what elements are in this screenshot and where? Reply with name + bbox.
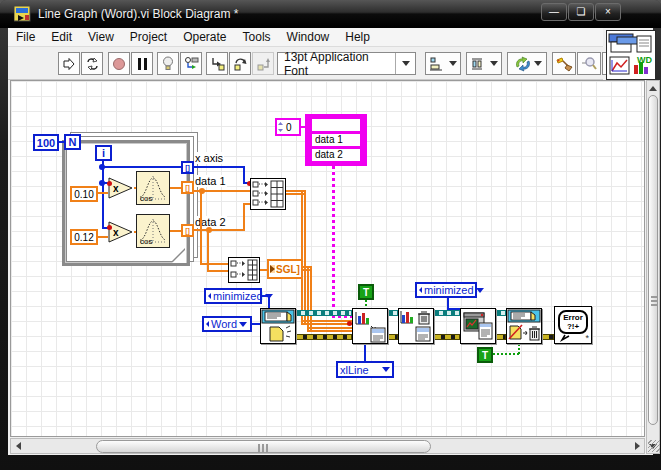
dropdown-arrow-icon — [382, 367, 390, 372]
string-array-element-2[interactable]: data 2 — [312, 149, 360, 161]
numeric-constant-1[interactable]: 0.10 — [70, 186, 98, 202]
coercion-dot — [107, 181, 112, 186]
sgl-label: SGL] — [276, 264, 300, 275]
iteration-terminal[interactable]: i — [95, 145, 112, 161]
string-array-constant[interactable]: data 1 data 2 — [305, 114, 367, 166]
menu-file[interactable]: File — [8, 28, 43, 47]
enum-report-type[interactable]: Word — [202, 316, 252, 332]
align-objects-icon — [429, 57, 447, 71]
tunnel-data2[interactable]: [] — [181, 224, 194, 237]
index-spinner-icon[interactable] — [277, 121, 284, 133]
loop-count-terminal[interactable]: N — [64, 134, 81, 150]
search-icon — [581, 56, 597, 71]
font-selector-value: 13pt Application Font — [278, 50, 395, 78]
dropdown-arrow-icon — [476, 288, 484, 293]
enum-graph-type[interactable]: xlLine — [336, 361, 394, 378]
abort-button[interactable] — [108, 52, 130, 75]
menu-view[interactable]: View — [80, 28, 122, 47]
wire-error-cluster — [388, 334, 398, 340]
scroll-left-arrow[interactable] — [11, 439, 25, 453]
pause-button[interactable] — [131, 52, 153, 75]
step-over-icon — [233, 57, 248, 71]
build-array-node-1[interactable] — [250, 178, 286, 210]
for-loop[interactable] — [62, 140, 190, 266]
menu-edit[interactable]: Edit — [43, 28, 80, 47]
dropdown-arrow-icon — [239, 322, 247, 327]
window-state-vi[interactable] — [460, 308, 496, 344]
vertical-scrollbar-thumb[interactable] — [648, 95, 658, 425]
horizontal-scrollbar[interactable] — [10, 438, 645, 454]
reorder-icon — [513, 56, 533, 72]
cos-label: cos — [140, 194, 152, 203]
run-button[interactable] — [58, 52, 80, 75]
enum-window-state-2[interactable]: minimized — [415, 282, 477, 298]
string-array-element-1[interactable]: data 1 — [312, 134, 360, 146]
search-button[interactable] — [577, 52, 601, 75]
multiply-node-2[interactable]: x — [108, 221, 134, 243]
new-report-vi[interactable] — [260, 308, 296, 344]
cosine-vi-2[interactable]: cos — [136, 214, 170, 248]
window-title: Line Graph (Word).vi Block Diagram * — [38, 7, 239, 21]
title-bar[interactable]: Line Graph (Word).vi Block Diagram * — ❏… — [0, 0, 661, 28]
wire — [194, 166, 245, 168]
multiply-node-1[interactable]: x — [108, 177, 134, 199]
horizontal-scrollbar-thumb[interactable] — [96, 440, 431, 453]
wire — [170, 230, 181, 232]
menu-tools[interactable]: Tools — [235, 28, 279, 47]
reorder-objects-button[interactable] — [507, 52, 547, 75]
wire-junction — [99, 180, 105, 186]
retain-wire-values-button[interactable] — [180, 52, 202, 75]
window-resize-grip[interactable] — [648, 440, 660, 452]
font-selector[interactable]: 13pt Application Font — [277, 52, 416, 75]
enum-window-state-1[interactable]: minimized — [204, 288, 262, 304]
build-array-node-2[interactable] — [228, 257, 260, 283]
scroll-up-arrow[interactable] — [646, 81, 660, 95]
minimize-button[interactable]: — — [541, 3, 567, 21]
clear-graph-vi[interactable] — [398, 308, 434, 344]
array-index-box[interactable]: 0 — [275, 118, 301, 136]
run-continuously-button[interactable] — [81, 52, 103, 75]
wire — [134, 187, 136, 189]
label-data2: data 2 — [194, 216, 227, 228]
pause-icon — [138, 58, 147, 70]
enum-arrows-icon — [206, 321, 209, 327]
simple-error-handler-vi[interactable]: Error ?!+ * — [554, 306, 592, 344]
loop-corner-fold — [172, 249, 186, 263]
enum-arrows-icon — [208, 293, 211, 299]
maximize-button[interactable]: ❏ — [568, 3, 594, 21]
clean-up-diagram-button[interactable] — [552, 52, 576, 75]
tunnel-x-axis[interactable]: [] — [181, 161, 194, 174]
distribute-objects-button[interactable] — [466, 52, 502, 75]
loop-count-constant[interactable]: 100 — [33, 134, 59, 151]
menu-operate[interactable]: Operate — [175, 28, 234, 47]
wire — [102, 161, 104, 229]
true-constant-2[interactable]: T — [477, 347, 493, 363]
step-out-button[interactable] — [252, 52, 274, 75]
step-into-button[interactable] — [206, 52, 228, 75]
to-sgl-conversion[interactable]: SGL] — [267, 259, 303, 279]
svg-text:x: x — [113, 227, 119, 238]
scroll-right-arrow[interactable] — [630, 439, 644, 453]
highlight-execution-button[interactable] — [157, 52, 179, 75]
step-over-button[interactable] — [229, 52, 251, 75]
close-button[interactable]: × — [595, 3, 621, 21]
cosine-vi-1[interactable]: cos — [136, 171, 170, 205]
tunnel-data1[interactable]: [] — [181, 181, 194, 194]
wire — [98, 236, 108, 238]
wire-2d-array — [301, 190, 306, 325]
menu-project[interactable]: Project — [122, 28, 175, 47]
run-arrow-icon — [62, 57, 76, 71]
menu-bar: File Edit View Project Operate Tools Win… — [8, 28, 603, 47]
string-array-element-0[interactable] — [312, 119, 360, 131]
numeric-constant-2[interactable]: 0.12 — [70, 229, 98, 245]
enum-value: Word — [211, 318, 237, 330]
align-objects-button[interactable] — [425, 52, 461, 75]
true-constant-1[interactable]: T — [358, 284, 374, 300]
easy-graph-vi[interactable] — [352, 308, 388, 344]
dispose-report-vi[interactable] — [506, 308, 542, 344]
font-selector-dropdown[interactable] — [395, 53, 415, 74]
menu-window[interactable]: Window — [279, 28, 338, 47]
vertical-scrollbar[interactable] — [646, 80, 660, 454]
distribute-objects-icon — [470, 57, 488, 71]
menu-help[interactable]: Help — [337, 28, 378, 47]
